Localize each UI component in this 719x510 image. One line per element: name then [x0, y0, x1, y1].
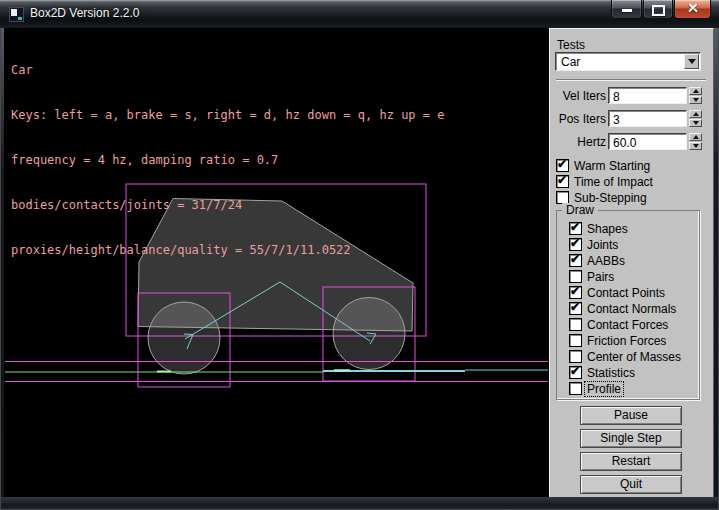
spinner-up-button[interactable] [689, 110, 702, 118]
draw-group-label: Draw [562, 203, 598, 217]
checkbox-label: Warm Starting [574, 159, 650, 173]
tests-dropdown-value: Car [561, 55, 580, 69]
app-icon [9, 7, 24, 22]
minimize-button[interactable] [611, 0, 642, 19]
vel-iters-spinner [689, 87, 702, 104]
checkbox-box[interactable] [556, 175, 569, 188]
spinner-down-button[interactable] [689, 96, 702, 104]
checkbox-label: Contact Normals [587, 302, 676, 316]
single-step-button[interactable]: Single Step [580, 429, 682, 448]
checkbox-label: Shapes [587, 222, 628, 236]
arrow-down-icon [693, 144, 699, 148]
spinner-down-button[interactable] [689, 142, 702, 150]
rear-wheel [148, 302, 220, 374]
arrow-down-icon [693, 121, 699, 125]
close-icon [675, 0, 710, 18]
minimize-icon [622, 9, 632, 12]
checkbox-box[interactable] [569, 334, 582, 347]
spinner-up-button[interactable] [689, 87, 702, 95]
spinner-up-button[interactable] [689, 133, 702, 141]
titlebar[interactable]: Box2D Version 2.2.0 [0, 0, 719, 28]
window-title: Box2D Version 2.2.0 [30, 0, 139, 28]
checkbox-label: Pairs [587, 270, 614, 284]
checkbox-label: Joints [587, 238, 618, 252]
vel-iters-row: Vel Iters 8 [550, 87, 713, 104]
close-button[interactable] [674, 0, 711, 19]
checkbox-box[interactable] [569, 382, 582, 395]
stats-line: frequency = 4 hz, damping ratio = 0.7 [11, 153, 444, 168]
vel-iters-field[interactable]: 8 [608, 87, 687, 104]
checkbox-box[interactable] [569, 366, 582, 379]
hertz-field[interactable]: 60.0 [608, 133, 687, 150]
arrow-up-icon [693, 135, 699, 139]
checkbox-label: Profile [585, 382, 623, 396]
tests-label: Tests [557, 38, 585, 52]
checkbox-label: Contact Points [587, 286, 665, 300]
spinner-down-button[interactable] [689, 119, 702, 127]
arrow-up-icon [693, 112, 699, 116]
checkbox-label: Time of Impact [574, 175, 653, 189]
stats-line: Car [11, 63, 444, 78]
stats-overlay: Car Keys: left = a, brake = s, right = d… [11, 33, 444, 288]
pos-iters-row: Pos Iters 3 [550, 110, 713, 127]
checkbox-label: Friction Forces [587, 334, 666, 348]
checkbox-box[interactable] [569, 270, 582, 283]
checkbox-label: Center of Masses [587, 350, 681, 364]
separator [556, 79, 706, 81]
stats-line: Keys: left = a, brake = s, right = d, hz… [11, 108, 444, 123]
hertz-label: Hertz [550, 135, 606, 149]
checkbox-box[interactable] [569, 286, 582, 299]
stats-line: proxies/height/balance/quality = 55/7/1/… [11, 243, 444, 258]
box2d-window: Box2D Version 2.2.0 [0, 0, 719, 510]
checkbox-box[interactable] [569, 350, 582, 363]
pos-iters-spinner [689, 110, 702, 127]
checkbox-box[interactable] [569, 302, 582, 315]
hertz-row: Hertz 60.0 [550, 133, 713, 150]
window-border-bottom [1, 497, 718, 509]
checkbox-box[interactable] [569, 318, 582, 331]
checkbox-box[interactable] [569, 254, 582, 267]
tests-dropdown[interactable]: Car [555, 52, 701, 71]
pos-iters-label: Pos Iters [550, 112, 606, 126]
app-icon-dot [18, 17, 22, 20]
checkbox-box[interactable] [556, 159, 569, 172]
pos-iters-field[interactable]: 3 [608, 110, 687, 127]
control-panel: Tests Car Vel Iters 8 Pos Iters 3 [549, 28, 714, 497]
quit-button[interactable]: Quit [580, 475, 682, 494]
window-border-left [1, 28, 4, 497]
restart-button[interactable]: Restart [580, 452, 682, 471]
arrow-down-icon [693, 98, 699, 102]
hertz-spinner [689, 133, 702, 150]
arrow-up-icon [693, 89, 699, 93]
checkbox-label: Contact Forces [587, 318, 668, 332]
chevron-down-icon [688, 59, 696, 64]
checkbox-label: AABBs [587, 254, 625, 268]
vel-iters-label: Vel Iters [550, 89, 606, 103]
checkbox-box[interactable] [569, 238, 582, 251]
window-border-right [714, 28, 718, 497]
app-icon-pane [11, 9, 17, 16]
checkbox-label: Statistics [587, 366, 635, 380]
maximize-icon [652, 5, 665, 16]
maximize-button[interactable] [643, 0, 673, 19]
stats-line: bodies/contacts/joints = 31/7/24 [11, 198, 444, 213]
pause-button[interactable]: Pause [580, 406, 682, 425]
checkbox-box[interactable] [569, 222, 582, 235]
tests-dropdown-arrow-button[interactable] [684, 54, 699, 69]
simulation-canvas[interactable]: Car Keys: left = a, brake = s, right = d… [4, 28, 549, 497]
